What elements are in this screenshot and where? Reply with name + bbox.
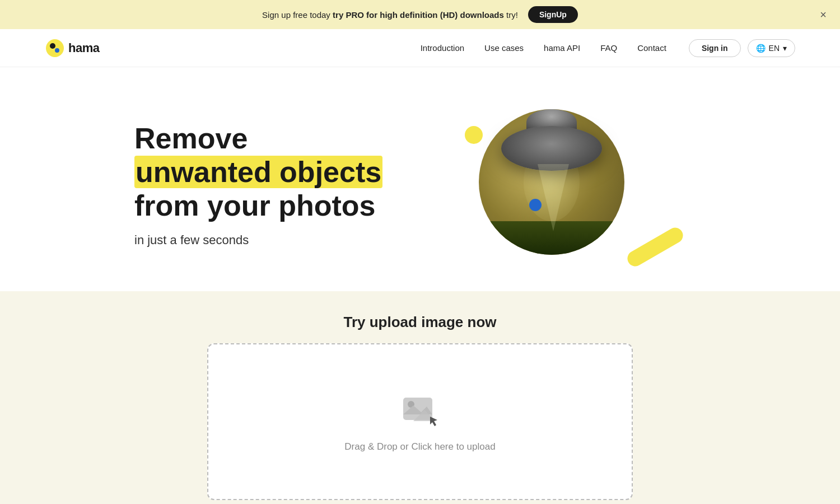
hero-right <box>420 101 706 269</box>
upload-image-icon <box>400 391 440 427</box>
logo-link[interactable]: hama <box>45 38 99 58</box>
upload-section: Try upload image now Drag & Drop or Clic… <box>0 291 840 504</box>
nav-right: Sign in 🌐 EN ▾ <box>689 39 795 57</box>
chevron-down-icon: ▾ <box>783 44 787 53</box>
upload-icon-wrap <box>400 391 440 429</box>
svg-marker-7 <box>430 417 437 426</box>
nav-use-cases[interactable]: Use cases <box>484 43 524 53</box>
upload-title: Try upload image now <box>343 314 496 331</box>
svg-point-0 <box>46 39 64 57</box>
svg-point-2 <box>55 48 59 53</box>
nav-links: Introduction Use cases hama API FAQ Cont… <box>421 43 666 53</box>
hero-title: Remove unwanted objects from your photos <box>134 122 420 222</box>
promo-banner: Sign up free today try PRO for high defi… <box>0 0 840 29</box>
yellow-pill-decoration <box>624 225 685 269</box>
banner-prefix: Sign up free today <box>262 10 330 20</box>
hero-illustration <box>445 104 680 266</box>
upload-drag-label: Drag & Drop or Click here to upload <box>344 441 495 452</box>
nav-introduction[interactable]: Introduction <box>421 43 464 53</box>
signup-button[interactable]: SignUp <box>528 6 578 23</box>
hero-subtitle: in just a few seconds <box>134 233 420 248</box>
language-selector[interactable]: 🌐 EN ▾ <box>748 39 795 57</box>
nav-hama-api[interactable]: hama API <box>544 43 580 53</box>
lang-label: EN <box>769 44 780 53</box>
cow-dot <box>529 199 542 211</box>
hero-section: Remove unwanted objects from your photos… <box>0 67 840 291</box>
signin-button[interactable]: Sign in <box>689 39 741 57</box>
hero-line3: from your photos <box>134 189 420 223</box>
banner-text: Sign up free today try PRO for high defi… <box>262 10 518 20</box>
upload-dropzone[interactable]: Drag & Drop or Click here to upload <box>207 343 633 500</box>
globe-icon: 🌐 <box>756 44 766 53</box>
hero-left: Remove unwanted objects from your photos… <box>134 122 420 247</box>
yellow-blob-decoration <box>465 126 483 144</box>
hero-line1: Remove <box>134 122 420 156</box>
navbar: hama Introduction Use cases hama API FAQ… <box>0 29 840 67</box>
banner-highlight: try PRO for high definition (HD) downloa… <box>333 10 504 20</box>
logo-text: hama <box>68 41 99 55</box>
nav-contact[interactable]: Contact <box>637 43 666 53</box>
hero-highlight: unwanted objects <box>134 156 382 188</box>
hero-line2: unwanted objects <box>134 156 420 189</box>
nav-faq[interactable]: FAQ <box>600 43 617 53</box>
banner-close-button[interactable]: × <box>820 9 827 20</box>
banner-suffix: try! <box>506 10 518 20</box>
ufo-beam <box>538 164 569 231</box>
logo-icon <box>45 38 65 58</box>
svg-point-1 <box>50 43 55 49</box>
